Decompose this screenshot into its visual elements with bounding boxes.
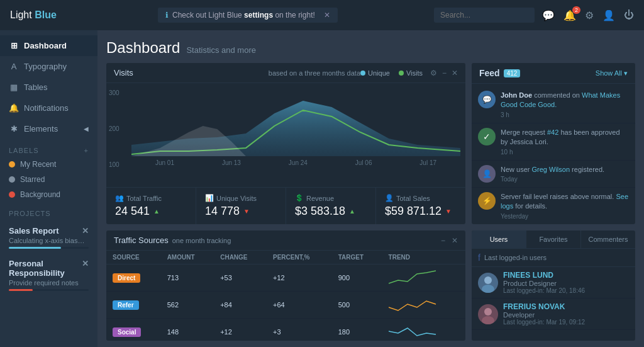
traffic-icon: 👥 (115, 194, 124, 202)
visits-chart-card: Visits based on a three months data Uniq… (106, 63, 465, 224)
page-subtitle: Statistics and more (186, 45, 256, 55)
project-close-personal[interactable]: ✕ (82, 259, 89, 278)
search-input[interactable] (434, 8, 535, 23)
label-dot-recent (9, 161, 15, 168)
users-card: Users Favorites Commenters f Last logged… (472, 230, 635, 341)
stat-total-sales: 👤Total Sales $59 871.12▼ (376, 188, 465, 224)
feed-item-3: ⚡ Server fail level raises above normal.… (472, 188, 635, 224)
messages-icon[interactable]: 💬 (542, 9, 555, 21)
feed-item-0: 💬 John Doe commented on What Makes Good … (472, 86, 635, 123)
alert-text: Check out Light Blue settings on the rig… (172, 11, 315, 20)
typography-icon: A (9, 62, 19, 71)
tab-commenters[interactable]: Commenters (581, 230, 635, 248)
chevron-left-icon: ◀ (84, 125, 89, 132)
chart-legend: Unique Visits (360, 69, 423, 77)
project-personal[interactable]: Personal Responsibility✕ Provide require… (0, 254, 97, 296)
add-label-icon[interactable]: + (84, 147, 89, 154)
table-row-social: Social 148 +12 +3 180 (106, 319, 465, 341)
feed-avatar-3: ⚡ (478, 192, 496, 210)
source-badge-social: Social (113, 327, 141, 337)
sidebar-item-dashboard[interactable]: ⊞ Dashboard (0, 35, 97, 56)
label-starred[interactable]: Starred (0, 172, 97, 187)
projects-section-header: Projects (0, 202, 97, 221)
power-icon[interactable]: ⏻ (624, 9, 634, 21)
svg-point-1 (482, 285, 494, 293)
sidebar-item-notifications[interactable]: 🔔 Notifications (0, 98, 97, 118)
project-close-sales[interactable]: ✕ (82, 226, 89, 236)
user-avatar-1 (478, 304, 498, 324)
tab-users[interactable]: Users (472, 230, 526, 248)
alert-message: ℹ Check out Light Blue settings on the r… (158, 8, 338, 23)
user-info-0: FINEES LUND Product Designer Last logged… (503, 271, 585, 294)
unique-icon: 📊 (205, 194, 214, 202)
traffic-close-icon[interactable]: ✕ (452, 236, 458, 245)
user-item-0: FINEES LUND Product Designer Last logged… (472, 267, 635, 299)
visits-card-header: Visits based on a three months data Uniq… (106, 63, 465, 83)
feed-avatar-1: ✓ (478, 128, 496, 145)
project-bar-sales (9, 247, 89, 249)
brand: Light Blue (10, 9, 57, 21)
alert-bar: ℹ Check out Light Blue settings on the r… (69, 8, 426, 23)
main-content: Dashboard Statistics and more Visits bas… (97, 30, 644, 347)
visits-chart-svg (131, 88, 460, 157)
visits-dot (399, 71, 404, 76)
user-icon[interactable]: 👤 (602, 9, 615, 21)
svg-point-2 (484, 308, 492, 316)
label-my-recent[interactable]: My Recent (0, 157, 97, 172)
feed-showall-button[interactable]: Show All ▾ (596, 69, 628, 77)
col-amount: AMOUNT (161, 251, 214, 265)
x-axis-labels: Jun 01 Jun 13 Jun 24 Jul 06 Jul 17 (131, 159, 460, 169)
labels-section-header: Labels + (0, 139, 97, 157)
traffic-header: Traffic Sources one month tracking − ✕ (106, 230, 465, 251)
project-bar-personal (9, 289, 89, 291)
feed-count-badge: 412 (504, 69, 521, 77)
feed-header: Feed 412 Show All ▾ (472, 63, 635, 84)
page-title-area: Dashboard Statistics and more (106, 39, 635, 57)
svg-point-0 (484, 276, 492, 284)
traffic-minimize-icon[interactable]: − (441, 236, 445, 245)
sidebar-item-tables[interactable]: ▦ Tables (0, 77, 97, 98)
chart-minimize-icon[interactable]: − (442, 69, 447, 77)
bottom-cards-row: Traffic Sources one month tracking − ✕ S… (106, 230, 635, 341)
traffic-sources-card: Traffic Sources one month tracking − ✕ S… (106, 230, 465, 341)
feed-items: 💬 John Doe commented on What Makes Good … (472, 84, 635, 224)
source-badge-direct: Direct (113, 273, 140, 283)
users-section-title: f Last logged-in users (472, 249, 635, 267)
label-background[interactable]: Background (0, 187, 97, 202)
feed-card: Feed 412 Show All ▾ 💬 John Doe commented… (472, 63, 635, 224)
table-row-refer: Refer 562 +84 +64 500 (106, 292, 465, 319)
project-bar-fill-personal (9, 289, 33, 291)
small-peak (131, 126, 246, 156)
traffic-trend-icon: ▲ (153, 208, 160, 215)
notifications-side-icon: 🔔 (9, 103, 19, 113)
table-row-direct: Direct 713 +53 +12 900 (106, 265, 465, 292)
revenue-icon: 💲 (295, 194, 304, 202)
sparkline-refer (389, 295, 439, 314)
traffic-header-icons: − ✕ (441, 236, 458, 245)
user-info-1: FRERIUS NOVAK Developer Last logged-in: … (503, 302, 585, 326)
stat-revenue: 💲Revenue $3 583.18▲ (286, 188, 376, 224)
user-item-1: FRERIUS NOVAK Developer Last logged-in: … (472, 299, 635, 330)
unique-dot (360, 71, 365, 76)
project-sales-report[interactable]: Sales Report✕ Calculating x-axis bias… (0, 221, 97, 254)
chart-settings-icon[interactable]: ⚙ (430, 69, 437, 77)
sidebar-item-typography[interactable]: A Typography (0, 56, 97, 77)
alert-close-button[interactable]: ✕ (324, 11, 330, 20)
elements-icon: ✱ (9, 124, 19, 134)
unique-trend-icon: ▼ (243, 208, 250, 215)
stat-unique-visits: 📊Unique Visits 14 778▼ (196, 188, 286, 224)
chart-close-icon[interactable]: ✕ (452, 69, 458, 77)
info-icon: ℹ (165, 11, 169, 20)
top-nav: Light Blue ℹ Check out Light Blue settin… (0, 0, 644, 30)
tab-favorites[interactable]: Favorites (526, 230, 581, 248)
feed-item-1: ✓ Merge request #42 has been approved by… (472, 123, 635, 161)
traffic-table: SOURCE AMOUNT CHANGE PERCENT,% TARGET TR… (106, 251, 465, 341)
chart-header-icons: ⚙ − ✕ (430, 69, 458, 77)
source-badge-refer: Refer (113, 300, 139, 310)
settings-icon[interactable]: ⚙ (585, 9, 594, 21)
sidebar-item-elements[interactable]: ✱ Elements ◀ (0, 118, 97, 139)
svg-point-3 (482, 316, 494, 324)
chart-area: 300 200 100 (106, 83, 465, 187)
notifications-icon[interactable]: 🔔2 (564, 9, 576, 21)
col-trend: TREND (382, 251, 465, 265)
